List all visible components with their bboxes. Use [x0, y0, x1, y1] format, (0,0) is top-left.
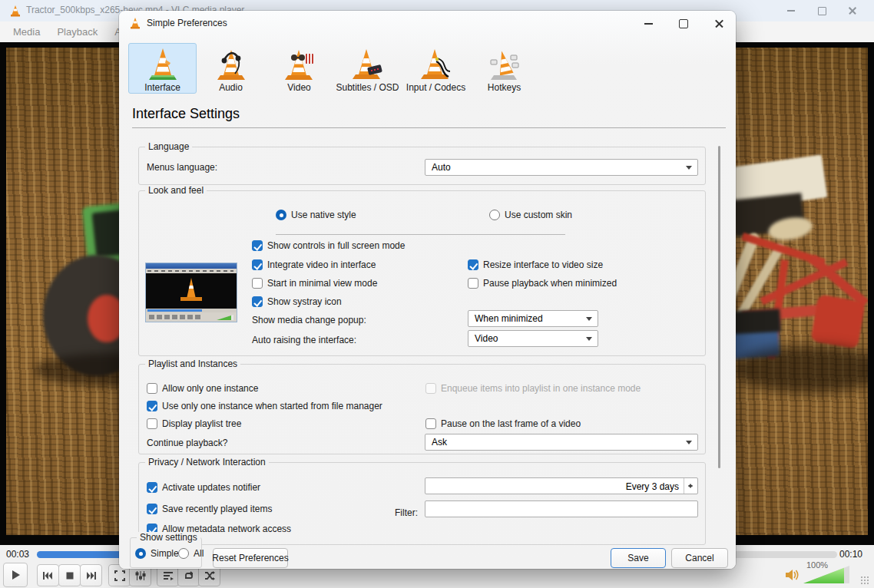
radio-all-settings[interactable]: All	[178, 548, 204, 559]
radio-icon	[135, 548, 146, 559]
checkbox-label: Integrate video in interface	[267, 259, 376, 270]
checkbox-minimal-view[interactable]: Start in minimal view mode	[252, 278, 377, 289]
checkbox-label: Save recently played items	[162, 504, 272, 514]
window-close-button[interactable]	[837, 0, 868, 21]
checkbox-label: Enqueue items into playlist in one insta…	[441, 383, 641, 394]
checkbox-icon	[252, 240, 263, 251]
checkbox-icon	[147, 482, 157, 493]
tab-label: Video	[287, 82, 310, 93]
stop-button[interactable]	[58, 564, 81, 586]
selected-value: Video	[475, 333, 498, 344]
radio-simple-settings[interactable]: Simple	[135, 548, 179, 559]
checkbox-pause-minimized[interactable]: Pause playback when minimized	[468, 278, 617, 289]
checkbox-pause-last-frame[interactable]: Pause on the last frame of a video	[425, 418, 581, 429]
playlist-instances-group: Playlist and Instances Allow only one in…	[138, 364, 706, 454]
checkbox-systray[interactable]: Show systray icon	[252, 296, 342, 307]
continue-playback-select[interactable]: Ask	[425, 434, 698, 451]
updates-interval-spinbox[interactable]: Every 3 days	[425, 477, 698, 494]
checkbox-icon	[147, 401, 157, 411]
menu-playback[interactable]: Playback	[50, 24, 104, 40]
dialog-close-button[interactable]	[706, 15, 732, 33]
playlist-icon	[163, 571, 174, 580]
dialog-cone-icon	[129, 17, 141, 29]
machine-red-blob	[810, 294, 866, 349]
play-button[interactable]	[3, 563, 28, 587]
close-icon	[848, 6, 857, 15]
checkbox-fullscreen-controls[interactable]: Show controls in full screen mode	[252, 240, 405, 251]
menus-language-select[interactable]: Auto	[425, 159, 698, 176]
equalizer-icon	[135, 570, 146, 581]
window-minimize-button[interactable]	[776, 0, 806, 21]
scrollbar-thumb[interactable]	[718, 146, 720, 468]
radio-custom-skin[interactable]: Use custom skin	[489, 210, 572, 220]
checkbox-file-manager-instance[interactable]: Use only one instance when started from …	[147, 401, 382, 411]
vlc-main-window: Tractor_500kbps_x265-hevc.mp4 - VLC medi…	[0, 0, 874, 588]
continue-playback-label: Continue playback?	[147, 438, 227, 448]
window-maximize-button[interactable]	[806, 0, 837, 21]
tab-label: Hotkeys	[488, 82, 521, 93]
radio-icon	[489, 210, 500, 220]
menus-language-label: Menus language:	[147, 162, 217, 173]
previous-button[interactable]	[37, 564, 59, 586]
checkbox-label: Display playlist tree	[162, 418, 241, 429]
selected-value: When minimized	[475, 313, 543, 324]
previous-icon	[42, 571, 54, 580]
style-divider	[276, 234, 565, 235]
cancel-button[interactable]: Cancel	[671, 548, 728, 568]
tab-video[interactable]: Video	[265, 43, 333, 94]
checkbox-label: Use only one instance when started from …	[162, 401, 382, 411]
checkbox-icon	[468, 278, 478, 289]
next-icon	[85, 571, 97, 580]
look-and-feel-group: Look and feel Use native style Use custo…	[138, 190, 706, 356]
radio-label: Use custom skin	[505, 210, 572, 220]
selected-value: Ask	[432, 437, 447, 448]
checkbox-label: Activate updates notifier	[162, 482, 260, 493]
menu-media[interactable]: Media	[6, 24, 47, 40]
checkbox-enqueue-one-instance: Enqueue items into playlist in one insta…	[425, 383, 641, 394]
simple-preferences-dialog: Simple Preferences Interface	[119, 11, 736, 569]
dialog-minimize-button[interactable]	[635, 15, 661, 33]
maximize-icon	[818, 7, 826, 15]
checkbox-resize-interface[interactable]: Resize interface to video size	[468, 259, 603, 270]
radio-icon	[276, 210, 286, 220]
checkbox-one-instance[interactable]: Allow only one instance	[147, 383, 258, 394]
spinner-buttons[interactable]	[684, 478, 697, 494]
checkbox-playlist-tree[interactable]: Display playlist tree	[147, 418, 241, 429]
auto-raise-select[interactable]: Video	[468, 330, 598, 347]
checkbox-icon	[147, 383, 157, 394]
dialog-maximize-button[interactable]	[670, 15, 697, 33]
shuffle-icon	[204, 571, 215, 580]
checkbox-icon	[425, 383, 436, 394]
checkbox-integrate-video[interactable]: Integrate video in interface	[252, 259, 376, 270]
show-settings-group: Show settings Simple All	[130, 537, 202, 568]
media-change-popup-select[interactable]: When minimized	[468, 310, 598, 327]
tab-label: Subtitles / OSD	[336, 82, 399, 93]
resize-grip-icon[interactable]	[860, 576, 869, 585]
next-button[interactable]	[80, 564, 102, 586]
checkbox-icon	[147, 418, 157, 429]
save-button[interactable]: Save	[611, 548, 666, 568]
checkbox-save-recent[interactable]: Save recently played items	[147, 504, 272, 514]
group-title: Language	[145, 141, 192, 152]
radio-label: Use native style	[291, 210, 356, 220]
minimize-icon	[787, 10, 795, 12]
reset-preferences-button[interactable]: Reset Preferences	[213, 548, 288, 568]
filter-input[interactable]	[425, 500, 698, 517]
tab-audio[interactable]: Audio	[197, 43, 265, 94]
group-title: Look and feel	[145, 185, 207, 196]
loop-icon	[184, 571, 194, 580]
radio-native-style[interactable]: Use native style	[276, 210, 356, 220]
volume-icon[interactable]	[785, 569, 800, 581]
checkbox-label: Pause playback when minimized	[483, 278, 617, 289]
spin-down-icon	[688, 485, 693, 491]
tab-interface[interactable]: Interface	[128, 43, 197, 94]
tab-hotkeys[interactable]: Hotkeys	[470, 43, 538, 94]
tab-subtitles-osd[interactable]: Subtitles / OSD	[333, 43, 402, 94]
vlc-cone-icon	[9, 5, 22, 17]
checkbox-updates-notifier[interactable]: Activate updates notifier	[147, 482, 260, 493]
radio-label: All	[194, 548, 204, 559]
checkbox-label: Resize interface to video size	[483, 259, 603, 270]
tab-input-codecs[interactable]: Input / Codecs	[402, 43, 470, 94]
checkbox-label: Show systray icon	[267, 296, 342, 307]
input-codecs-cone-icon	[421, 46, 452, 81]
